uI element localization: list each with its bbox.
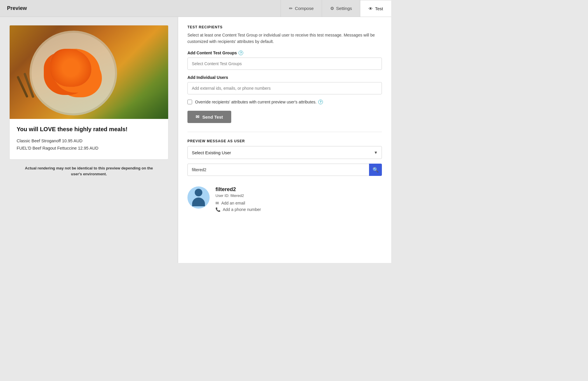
add-phone-link[interactable]: Add a phone number (223, 207, 261, 212)
user-name: filtered2 (215, 186, 382, 193)
rendering-note: Actual rendering may not be identical to… (9, 165, 168, 177)
email-headline: You will LOVE these highly rated meals! (17, 125, 161, 133)
tab-settings[interactable]: ⚙ Settings (322, 0, 360, 17)
settings-icon: ⚙ (330, 6, 334, 11)
meal-item-2: FUEL'D Beef Ragout Fettuccine 12.95 AUD (17, 145, 161, 152)
content-test-groups-label: Add Content Test Groups ? (187, 51, 382, 55)
avatar-head (195, 189, 202, 196)
user-avatar (187, 186, 210, 209)
tab-compose[interactable]: ✏ Compose (281, 0, 322, 17)
nav-tabs: ✏ Compose ⚙ Settings 👁 Test (281, 0, 391, 17)
user-search-row: 🔍 (187, 164, 382, 176)
right-panel: TEST RECIPIENTS Select at least one Cont… (178, 17, 391, 263)
search-icon: 🔍 (373, 167, 379, 173)
override-help-icon[interactable]: ? (318, 100, 323, 104)
email-preview-content: You will LOVE these highly rated meals! … (10, 119, 168, 159)
meal-item-1: Classic Beef Stroganoff 10.95 AUD (17, 137, 161, 145)
add-email-row: ✉ Add an email (215, 201, 382, 205)
override-checkbox[interactable] (187, 100, 192, 104)
email-preview-card: You will LOVE these highly rated meals! … (9, 25, 168, 160)
email-icon: ✉ (215, 201, 219, 205)
override-checkbox-row: Override recipients' attributes with cur… (187, 100, 382, 104)
add-email-link[interactable]: Add an email (221, 201, 245, 205)
individual-users-label: Add Individual Users (187, 75, 382, 80)
test-recipients-section: TEST RECIPIENTS Select at least one Cont… (187, 25, 382, 123)
test-eye-icon: 👁 (368, 6, 373, 11)
select-existing-user-dropdown[interactable]: Select Existing User (187, 146, 382, 159)
user-id-row: User ID: filtered2 (215, 193, 382, 198)
compose-icon: ✏ (289, 6, 293, 11)
content-test-groups-help-icon[interactable]: ? (239, 51, 243, 55)
preview-title: Preview (0, 0, 34, 17)
send-test-button[interactable]: ✉ Send Test (187, 111, 231, 123)
individual-users-input[interactable] (187, 82, 382, 94)
top-navigation: Preview ✏ Compose ⚙ Settings 👁 Test (0, 0, 391, 17)
phone-icon: 📞 (215, 207, 220, 212)
add-phone-row: 📞 Add a phone number (215, 207, 382, 212)
avatar-body (192, 198, 205, 206)
content-test-groups-input[interactable] (187, 58, 382, 70)
preview-message-title: PREVIEW MESSAGE AS USER (187, 139, 382, 143)
user-info: filtered2 User ID: filtered2 ✉ Add an em… (215, 186, 382, 214)
preview-message-section: PREVIEW MESSAGE AS USER Select Existing … (187, 139, 382, 218)
user-search-button[interactable]: 🔍 (369, 164, 382, 176)
avatar-figure (192, 189, 205, 206)
override-label: Override recipients' attributes with cur… (195, 100, 323, 104)
mail-icon: ✉ (196, 114, 199, 120)
tab-test[interactable]: 👁 Test (360, 0, 391, 17)
select-user-wrapper: Select Existing User ▼ (187, 146, 382, 159)
user-card: filtered2 User ID: filtered2 ✉ Add an em… (187, 182, 382, 218)
meal-image (10, 25, 168, 119)
left-panel: You will LOVE these highly rated meals! … (0, 17, 178, 263)
main-layout: You will LOVE these highly rated meals! … (0, 17, 391, 263)
test-recipients-description: Select at least one Content Test Group o… (187, 32, 382, 45)
user-search-input[interactable] (187, 164, 369, 176)
section-divider (187, 132, 382, 132)
test-recipients-title: TEST RECIPIENTS (187, 25, 382, 29)
